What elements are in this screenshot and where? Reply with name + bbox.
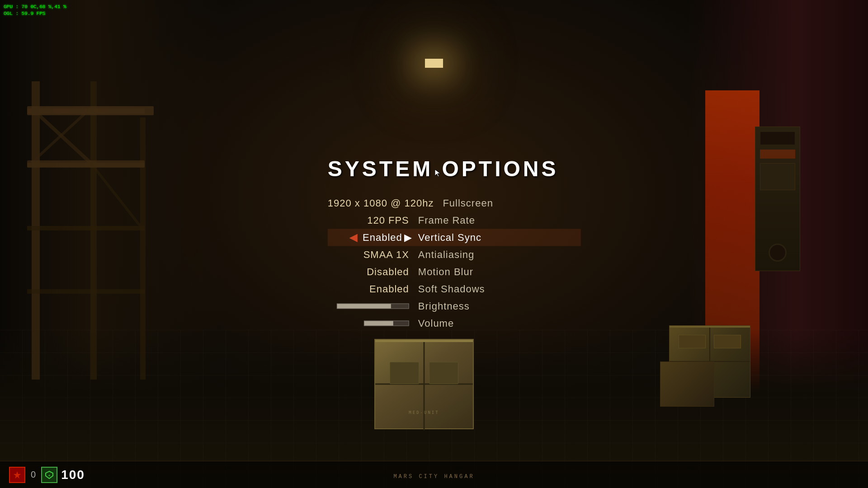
brightness-label: Brightness	[418, 300, 470, 312]
svg-rect-2	[140, 117, 146, 380]
svg-rect-10	[27, 106, 154, 115]
framerate-label: Frame Rate	[418, 215, 475, 226]
health-icon	[9, 467, 25, 483]
hud-bottom-bar: 0 + 100 MARS CITY HANGAR	[0, 461, 868, 488]
motionblur-label: Motion Blur	[418, 266, 473, 278]
vsync-arrow-left[interactable]: ◀	[349, 232, 357, 244]
menu-row-softshadows[interactable]: Enabled Soft Shadows	[328, 281, 581, 298]
svg-text:+: +	[48, 474, 51, 478]
hud-stats: GPU : 70 0C,68 %,41 % OGL : 59.9 FPS	[4, 4, 66, 18]
svg-rect-6	[27, 289, 145, 294]
vsync-label: Vertical Sync	[418, 232, 481, 244]
menu-row-brightness[interactable]: Brightness	[328, 298, 581, 315]
volume-slider[interactable]	[364, 321, 409, 326]
menu-row-antialiasing[interactable]: SMAA 1X Antialiasing	[328, 246, 581, 263]
hud-health-area: 0 + 100	[9, 467, 85, 483]
fullscreen-label: Fullscreen	[443, 197, 493, 209]
svg-marker-15	[435, 169, 440, 177]
vsync-arrow-right[interactable]: ▶	[404, 232, 412, 244]
svg-point-13	[182, 206, 198, 223]
motionblur-value: Disabled	[328, 266, 418, 278]
brightness-slider[interactable]	[337, 304, 409, 309]
menu-row-vsync[interactable]: ◀ Enabled ▶ Vertical Sync	[328, 229, 581, 246]
gpu-stat: GPU : 70 0C,68 %,41 %	[4, 4, 66, 10]
svg-marker-16	[14, 471, 21, 479]
ceiling-light	[425, 59, 443, 68]
svg-rect-5	[27, 226, 145, 230]
volume-slider-fill	[364, 321, 393, 326]
machinery-right	[755, 127, 800, 271]
location-text: MARS CITY HANGAR	[393, 474, 474, 480]
framerate-value: 120 FPS	[328, 215, 418, 226]
fps-stat: OGL : 59.9 FPS	[4, 10, 66, 17]
volume-label: Volume	[418, 318, 454, 329]
brightness-slider-fill	[337, 304, 391, 309]
health-value-text: 100	[61, 468, 85, 482]
health-separator: 0	[31, 469, 36, 480]
menu-row-framerate[interactable]: 120 FPS Frame Rate	[328, 212, 581, 229]
bg-crate-small	[660, 361, 714, 407]
scaffold-structure	[18, 81, 226, 380]
mouse-cursor	[434, 169, 443, 179]
armor-icon: +	[41, 467, 57, 483]
fullscreen-value: 868 x 488 @ 120hz	[328, 197, 443, 209]
softshadows-value: Enabled	[328, 283, 418, 295]
menu-row-volume[interactable]: Volume	[328, 315, 581, 332]
menu-title: SYSTEM OPTIONS	[328, 156, 581, 181]
system-options-menu: SYSTEM OPTIONS 868 x 488 @ 120hz Fulls…	[328, 156, 581, 332]
foreground-crate: MED-UNIT	[374, 339, 474, 429]
svg-rect-11	[27, 160, 145, 168]
svg-point-12	[181, 221, 199, 258]
vsync-value: Enabled	[363, 232, 402, 244]
svg-line-9	[90, 163, 140, 226]
menu-items-list: 868 x 488 @ 120hz Fullscreen 120 FPS F…	[328, 195, 581, 332]
svg-rect-14	[181, 230, 199, 234]
softshadows-label: Soft Shadows	[418, 283, 485, 295]
antialiasing-label: Antialiasing	[418, 249, 475, 261]
menu-row-fullscreen[interactable]: 868 x 488 @ 120hz Fullscreen	[328, 195, 581, 212]
antialiasing-value: SMAA 1X	[328, 249, 418, 261]
menu-row-motionblur[interactable]: Disabled Motion Blur	[328, 263, 581, 281]
